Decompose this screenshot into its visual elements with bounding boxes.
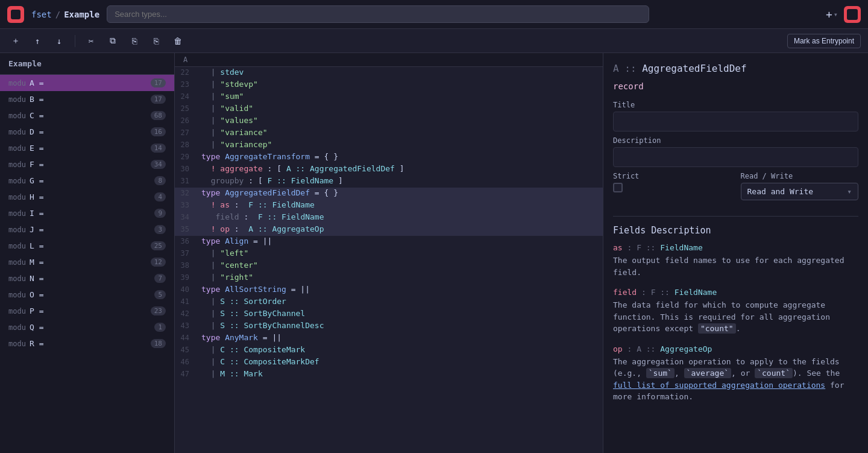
line-content: | S :: SortByChannel [199,309,603,318]
editor-lines: 22 | stdev23 | "stdevp"24 | "sum"25 | "v… [175,67,603,381]
code-line[interactable]: 33 ! as : F :: FieldName [175,200,603,212]
sidebar-item-p[interactable]: modu P = 23 [0,303,174,319]
line-number: 41 [175,297,199,306]
add-button[interactable]: + ▾ [826,8,838,21]
code-line[interactable]: 35 ! op : A :: AggregateOp [175,224,603,236]
token-op: : [230,200,244,209]
code-line[interactable]: 44type AnyMark = || [175,332,603,344]
sidebar-item-d[interactable]: modu D = 16 [0,124,174,140]
sidebar-item-h[interactable]: modu H = 4 [0,189,174,205]
code-line[interactable]: 23 | "stdevp" [175,79,603,91]
code-line[interactable]: 24 | "sum" [175,91,603,103]
duplicate-button[interactable]: ⎘ [148,33,165,49]
code-line[interactable]: 45 | C :: CompositeMark [175,344,603,356]
sidebar-item-b[interactable]: modu B = 17 [0,91,174,107]
sidebar-item-r[interactable]: modu R = 18 [0,335,174,352]
code-line[interactable]: 22 | stdev [175,67,603,79]
sidebar-item-count: 5 [154,290,166,299]
sidebar-item-m[interactable]: modu M = 12 [0,254,174,270]
sidebar-item-name: G = [30,176,154,185]
token-type-ref: S :: SortByChannel [215,309,305,318]
code-line[interactable]: 30 ! aggregate : [ A :: AggregatedFieldD… [175,163,603,176]
code-line[interactable]: 31 groupby : [ F :: FieldName ] [175,176,603,188]
code-line[interactable]: 29type AggregateTransform = { } [175,151,603,163]
copy-button[interactable]: ⧉ [104,33,121,49]
code-line[interactable]: 41 | S :: SortOrder [175,296,603,308]
field-entry-as: as : F :: FieldName The output field nam… [613,243,858,278]
delete-button[interactable]: 🗑 [169,33,186,49]
readwrite-dropdown[interactable]: Read and Write ▾ [741,183,859,200]
code-line[interactable]: 39 | "right" [175,272,603,284]
sidebar-item-count: 17 [151,78,166,87]
strict-checkbox[interactable] [613,183,623,192]
sidebar-item-g[interactable]: modu G = 8 [0,173,174,189]
code-line[interactable]: 28 | "variancep" [175,139,603,151]
code-line[interactable]: 34 field : F :: FieldName [175,212,603,224]
title-input[interactable] [613,112,858,131]
sidebar-item-f[interactable]: modu F = 34 [0,156,174,173]
token-pipe: | [201,92,215,101]
mark-entry-button[interactable]: Mark as Entrypoint [787,34,861,48]
code-line[interactable]: 40type AllSortString = || [175,284,603,296]
code-line[interactable]: 38 | "center" [175,260,603,272]
sidebar-header: Example [0,53,174,75]
token-pipe: | [201,357,215,366]
code-line[interactable]: 32type AggregatedFieldDef = { } [175,188,603,200]
code-line[interactable]: 46 | C :: CompositeMarkDef [175,356,603,369]
sidebar-item-count: 14 [151,144,166,153]
field-entry-field: field : F :: FieldName The data field fo… [613,288,858,335]
sidebar-item-name: P = [30,306,151,315]
field-name-as: as [613,243,623,252]
move-down-button[interactable]: ↓ [51,33,68,49]
line-number: 46 [175,358,199,366]
code-line[interactable]: 25 | "valid" [175,103,603,115]
sidebar-item-n[interactable]: modu N = 7 [0,270,174,287]
token-op: = || [248,236,272,246]
breadcrumb-project[interactable]: fset [31,10,52,19]
breadcrumb: fset / Example [31,10,99,19]
paste-button[interactable]: ⎘ [126,33,143,49]
line-number: 47 [175,370,199,378]
code-line[interactable]: 27 | "variance" [175,127,603,139]
code-line[interactable]: 43 | S :: SortByChannelDesc [175,320,603,332]
sidebar-item-q[interactable]: modu Q = 1 [0,319,174,335]
editor-col-header: A [175,53,603,67]
line-content: | M :: Mark [199,369,603,378]
sidebar-item-j[interactable]: modu J = 3 [0,221,174,238]
line-content: ! op : A :: AggregateOp [199,224,603,233]
editor[interactable]: A 22 | stdev23 | "stdevp"24 | "sum"25 | … [175,53,603,453]
sidebar-item-a[interactable]: modu A = 17 [0,75,174,91]
readwrite-col: Read / Write Read and Write ▾ [741,172,859,200]
readwrite-label: Read / Write [741,172,859,180]
code-line[interactable]: 42 | S :: SortByChannel [175,308,603,320]
line-content: | C :: CompositeMarkDef [199,357,603,366]
code-line[interactable]: 47 | M :: Mark [175,369,603,381]
token-str: "variancep" [215,140,272,149]
aggregation-ops-link[interactable]: full list of supported aggregation opera… [613,381,825,390]
token-op: = || [258,333,281,342]
sidebar-item-o[interactable]: modu O = 5 [0,287,174,303]
line-content: | S :: SortByChannelDesc [199,321,603,330]
avatar[interactable] [844,6,861,23]
description-input[interactable] [613,147,858,167]
code-line[interactable]: 37 | "left" [175,248,603,260]
sidebar-item-count: 9 [154,209,166,218]
field-name-field: field [613,288,637,297]
search-input[interactable] [107,5,649,23]
sidebar-item-count: 23 [151,306,166,315]
sidebar-item-l[interactable]: modu L = 25 [0,238,174,254]
code-line[interactable]: 36type Align = || [175,236,603,248]
line-number: 33 [175,201,199,209]
code-line[interactable]: 26 | "values" [175,115,603,127]
cut-button[interactable]: ✂ [83,33,99,49]
sum-code: `sum` [646,368,675,378]
toolbar-separator [75,35,75,47]
move-up-button[interactable]: ↑ [29,33,46,49]
sidebar-item-count: 3 [154,225,166,234]
sidebar-item-e[interactable]: modu E = 14 [0,140,174,156]
section-divider [613,216,858,217]
sidebar-item-c[interactable]: modu C = 68 [0,107,174,124]
sidebar-item-i[interactable]: modu I = 9 [0,205,174,221]
add-item-button[interactable]: ＋ [7,33,24,49]
token-op: ] [333,176,343,185]
